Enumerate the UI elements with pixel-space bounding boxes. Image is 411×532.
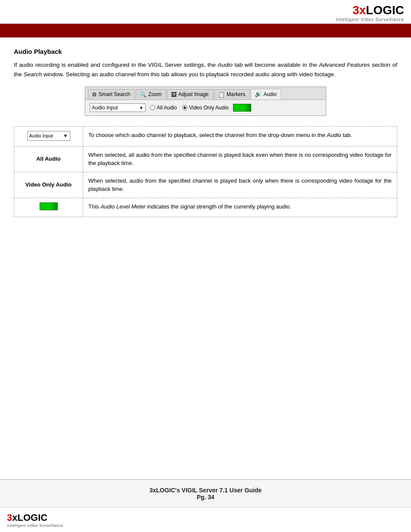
radio-group: All Audio Video Only Audio [150, 105, 229, 111]
table-row: All Audio When selected, all audio from … [14, 146, 397, 172]
radio-video-only-label: Video Only Audio [189, 105, 229, 111]
dropdown-arrow-icon: ▼ [139, 106, 143, 110]
all-audio-description: When selected, all audio from the specif… [83, 146, 397, 172]
tab-smart-search[interactable]: ⚙ Smart Search [88, 89, 135, 100]
audio-level-meter [233, 104, 251, 112]
bottom-logo-subtitle: Intelligent Video Surveillance [7, 523, 63, 528]
tab-zoom[interactable]: 🔍 Zoom [136, 89, 166, 100]
smart-search-icon: ⚙ [92, 91, 97, 98]
tab-adjust-image[interactable]: 🖼 Adjust Image [167, 89, 213, 100]
tab-audio-label: Audio [263, 91, 277, 97]
toolbar-tabs: ⚙ Smart Search 🔍 Zoom 🖼 Adjust Image 📋 M… [85, 87, 326, 100]
markers-icon: 📋 [218, 91, 225, 98]
dropdown-arrow-mini-icon: ▼ [63, 132, 68, 140]
audio-input-value: Audio Input [92, 105, 118, 111]
footer-line2: Pg. 34 [7, 494, 404, 501]
bottom-logo-bar: 3xLOGIC Intelligent Video Surveillance [0, 507, 411, 532]
audio-input-cell: Audio Input ▼ [14, 127, 83, 146]
zoom-icon: 🔍 [140, 91, 146, 98]
radio-video-only-audio[interactable]: Video Only Audio [182, 105, 229, 111]
toolbar-mockup: ⚙ Smart Search 🔍 Zoom 🖼 Adjust Image 📋 M… [85, 87, 326, 116]
footer-line1: 3xLOGIC's VIGIL Server 7.1 User Guide [7, 487, 404, 494]
audio-input-mini-label: Audio Input [29, 132, 53, 140]
page-footer: 3xLOGIC's VIGIL Server 7.1 User Guide Pg… [0, 479, 411, 507]
video-only-audio-description: When selected, audio from the specified … [83, 172, 397, 198]
logo-brand: 3xLOGIC [352, 3, 404, 17]
page-header: 3xLOGIC Intelligent Video Surveillance [0, 0, 411, 24]
level-meter-description: This Audio Level Meter indicates the sig… [83, 198, 397, 217]
feature-table: Audio Input ▼ To choose which audio chan… [14, 126, 397, 217]
audio-input-description: To choose which audio channel to playbac… [83, 127, 397, 146]
audio-input-dropdown[interactable]: Audio Input ▼ [90, 103, 146, 112]
header-logo: 3xLOGIC Intelligent Video Surveillance [336, 3, 404, 22]
toolbar-body: Audio Input ▼ All Audio Video Only Audio [85, 100, 326, 115]
adjust-image-icon: 🖼 [171, 91, 177, 98]
section-title: Audio Playback [14, 48, 397, 55]
radio-all-audio-label: All Audio [157, 105, 177, 111]
radio-all-audio[interactable]: All Audio [150, 105, 177, 111]
radio-circle-video-only [182, 105, 187, 110]
tab-markers[interactable]: 📋 Markers [214, 89, 250, 100]
bottom-logo: 3xLOGIC Intelligent Video Surveillance [7, 512, 63, 528]
video-only-audio-label: Video Only Audio [25, 181, 72, 188]
audio-input-mini-dropdown[interactable]: Audio Input ▼ [27, 131, 70, 141]
table-row: Audio Input ▼ To choose which audio chan… [14, 127, 397, 146]
level-meter-mini [40, 202, 58, 210]
tab-zoom-label: Zoom [148, 91, 162, 97]
footer-spacer [0, 356, 411, 479]
logo-subtitle: Intelligent Video Surveillance [336, 17, 404, 22]
table-row: Video Only Audio When selected, audio fr… [14, 172, 397, 198]
table-row: This Audio Level Meter indicates the sig… [14, 198, 397, 217]
main-content: Audio Playback If audio recording is ena… [0, 37, 411, 356]
tab-audio[interactable]: 🔊 Audio [251, 89, 281, 100]
all-audio-label: All Audio [36, 156, 61, 162]
radio-circle-all-audio [150, 105, 155, 110]
level-meter-cell [14, 198, 83, 217]
tab-markers-label: Markers [227, 91, 245, 97]
red-banner [0, 24, 411, 37]
intro-paragraph: If audio recording is enabled and config… [14, 60, 397, 79]
bottom-logo-brand: 3xLOGIC [7, 512, 63, 523]
tab-smart-search-label: Smart Search [99, 91, 130, 97]
audio-icon: 🔊 [255, 91, 262, 97]
all-audio-label-cell: All Audio [14, 146, 83, 172]
tab-adjust-image-label: Adjust Image [178, 91, 209, 97]
video-only-audio-label-cell: Video Only Audio [14, 172, 83, 198]
